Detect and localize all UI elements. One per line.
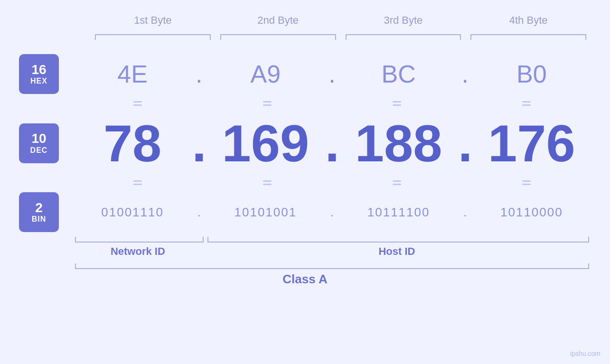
dec-columns: 78 . 169 . 188 . 176 <box>73 113 591 173</box>
byte-header-4: 4th Byte <box>466 14 591 29</box>
hex-badge-number: 16 <box>31 63 46 77</box>
sep-col-2 <box>203 101 332 106</box>
bottom-brackets <box>19 237 591 243</box>
class-bracket <box>75 263 589 269</box>
eq-8 <box>522 180 531 185</box>
class-label: Class A <box>282 272 327 287</box>
bin-dot-3: . <box>458 206 472 218</box>
hex-dot-1: . <box>192 62 206 86</box>
sep-col-8 <box>461 180 591 185</box>
host-id-label: Host ID <box>203 245 591 258</box>
dec-dot-1: . <box>192 113 206 173</box>
eq-7 <box>393 180 401 185</box>
eq-1 <box>133 101 142 106</box>
dec-value-2: 169 <box>206 117 325 169</box>
equals-row-1 <box>19 94 591 113</box>
byte-header-3: 3rd Byte <box>341 14 466 29</box>
bracket-4 <box>470 34 586 40</box>
bin-value-3: 10111100 <box>339 205 458 220</box>
bracket-2 <box>220 34 336 40</box>
eq-2 <box>263 101 272 106</box>
dec-badge-label: DEC <box>30 146 48 155</box>
bin-row: 2 BIN 01001110 . 10101001 . 10111100 . 1… <box>19 192 591 232</box>
network-id-label: Network ID <box>73 245 203 258</box>
hex-value-3: BC <box>339 60 458 88</box>
hex-badge-label: HEX <box>30 77 47 85</box>
sep-col-3 <box>332 101 462 106</box>
eq-3 <box>393 101 401 106</box>
dec-row: 10 DEC 78 . 169 . 188 . 176 <box>19 113 591 173</box>
hex-value-1: 4E <box>73 60 192 88</box>
bin-value-2: 10101001 <box>206 205 325 220</box>
main-container: 1st Byte 2nd Byte 3rd Byte 4th Byte 16 H… <box>0 0 610 364</box>
bracket-1 <box>95 34 211 40</box>
hex-columns: 4E . A9 . BC . B0 <box>73 60 591 88</box>
eq-6 <box>263 180 272 185</box>
bin-badge: 2 BIN <box>19 192 59 232</box>
sep-col-6 <box>203 180 332 185</box>
dec-value-1: 78 <box>73 117 192 169</box>
bin-value-1: 01001110 <box>73 205 192 220</box>
byte-header-1: 1st Byte <box>90 14 216 29</box>
id-labels-row: Network ID Host ID <box>19 245 591 258</box>
bin-columns: 01001110 . 10101001 . 10111100 . 1011000… <box>73 205 591 220</box>
hex-value-2: A9 <box>206 60 325 88</box>
dec-dot-3: . <box>458 113 472 173</box>
byte-header-2: 2nd Byte <box>216 14 341 29</box>
dec-value-3: 188 <box>339 117 458 169</box>
eq-5 <box>133 180 142 185</box>
dec-badge-number: 10 <box>31 131 46 146</box>
bracket-3 <box>346 34 461 40</box>
bin-value-4: 10110000 <box>472 205 591 220</box>
equals-row-2 <box>19 173 591 192</box>
bin-badge-label: BIN <box>32 215 47 224</box>
dec-value-4: 176 <box>472 117 591 169</box>
sep-col-1 <box>73 101 203 106</box>
bin-dot-1: . <box>192 206 206 218</box>
byte-headers-row: 1st Byte 2nd Byte 3rd Byte 4th Byte <box>19 14 591 29</box>
hex-dot-3: . <box>458 62 472 86</box>
sep-col-5 <box>73 180 203 185</box>
sep-col-7 <box>332 180 462 185</box>
class-bracket-wrap <box>19 263 591 269</box>
hex-value-4: B0 <box>472 60 591 88</box>
hex-dot-2: . <box>325 62 339 86</box>
bin-badge-number: 2 <box>35 201 43 215</box>
hex-badge: 16 HEX <box>19 54 59 94</box>
dec-badge: 10 DEC <box>19 123 59 163</box>
sep-col-4 <box>461 101 591 106</box>
dec-dot-2: . <box>325 113 339 173</box>
watermark: ipshu.com <box>570 350 601 357</box>
network-bracket <box>75 237 204 243</box>
host-bracket <box>207 237 589 243</box>
top-brackets <box>19 34 591 40</box>
bin-dot-2: . <box>325 206 339 218</box>
hex-row: 16 HEX 4E . A9 . BC . B0 <box>19 54 591 94</box>
eq-4 <box>522 101 531 106</box>
